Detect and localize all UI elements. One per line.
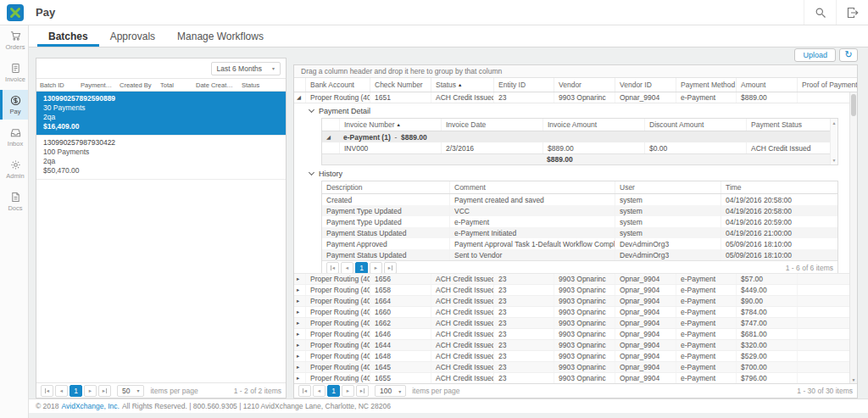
tab-manage-workflows[interactable]: Manage Workflows bbox=[166, 25, 275, 47]
group-collapse-icon[interactable]: ◢ bbox=[322, 131, 339, 142]
payment-detail-section-toggle[interactable]: Payment Detail bbox=[309, 105, 838, 117]
sidebar-item-invoice[interactable]: Invoice bbox=[0, 58, 28, 87]
payment-group-row[interactable]: ◢ e-Payment (1) - $889.00 bbox=[322, 131, 837, 142]
batch-row[interactable]: 130990257987930422 100 Payments 2qa $50,… bbox=[36, 136, 286, 180]
payment-row[interactable]: ▸ Proper Routing (4044) 1658 ACH Credit … bbox=[294, 285, 857, 296]
history-row[interactable]: Payment Approved Payment Approval Task 1… bbox=[322, 238, 837, 249]
col-payment-co[interactable]: Payment Co... bbox=[77, 81, 116, 89]
col-bank-account[interactable]: Bank Account bbox=[305, 78, 370, 92]
detail-scrollbar[interactable]: ▲ ▼ bbox=[830, 119, 837, 164]
scroll-down-icon[interactable]: ▼ bbox=[850, 377, 857, 382]
col-entity-id[interactable]: Entity ID bbox=[493, 78, 554, 92]
history-row[interactable]: Payment Type Updated VCC system 04/19/20… bbox=[322, 205, 837, 216]
history-row[interactable]: Created Payment created and saved system… bbox=[322, 194, 837, 205]
col-batch-id[interactable]: Batch ID bbox=[36, 81, 77, 89]
search-button[interactable] bbox=[804, 0, 836, 25]
collapse-caret-icon[interactable]: ◢ bbox=[294, 92, 305, 103]
expand-caret-icon[interactable]: ▸ bbox=[294, 318, 305, 328]
col-vendor[interactable]: Vendor bbox=[554, 78, 615, 92]
col-payment-method[interactable]: Payment Method bbox=[676, 78, 736, 92]
col-status[interactable]: Status▴ bbox=[431, 78, 493, 92]
pager-page-button[interactable]: 1 bbox=[70, 385, 82, 397]
payment-row[interactable]: ▸ Proper Routing (4044) 1662 ACH Credit … bbox=[294, 318, 857, 329]
pager-next-button[interactable]: ▸ bbox=[342, 385, 354, 397]
expand-caret-icon[interactable]: ▸ bbox=[294, 296, 305, 306]
page-size-select[interactable]: 100▾ bbox=[375, 385, 406, 397]
payment-row[interactable]: ▸ Proper Routing (4044) 1664 ACH Credit … bbox=[294, 296, 857, 307]
payment-row[interactable]: ▸ Proper Routing (4044) 1655 ACH Credit … bbox=[294, 373, 857, 383]
col-created-by[interactable]: Created By bbox=[116, 81, 157, 89]
history-row[interactable]: Payment Type Updated e-Payment system 04… bbox=[322, 216, 837, 227]
pager-prev-button[interactable]: ◂ bbox=[341, 262, 353, 274]
date-range-select[interactable]: Last 6 Months ▾ bbox=[211, 62, 281, 75]
col-total[interactable]: Total bbox=[157, 81, 192, 89]
col-invoice-number[interactable]: Invoice Number▴ bbox=[339, 119, 441, 131]
payment-row[interactable]: ▸ Proper Routing (4044) 1656 ACH Credit … bbox=[294, 274, 857, 285]
expand-caret-icon[interactable]: ▸ bbox=[294, 340, 305, 350]
expand-caret-icon[interactable]: ▸ bbox=[294, 362, 305, 372]
tab-approvals[interactable]: Approvals bbox=[99, 25, 166, 47]
scroll-up-icon[interactable]: ▲ bbox=[832, 120, 837, 125]
col-invoice-amount[interactable]: Invoice Amount bbox=[542, 119, 644, 131]
col-status[interactable]: Status bbox=[238, 81, 286, 89]
pager-prev-button[interactable]: ◂ bbox=[313, 385, 326, 397]
sidebar-item-inbox[interactable]: Inbox bbox=[0, 122, 28, 152]
col-vendor-id[interactable]: Vendor ID bbox=[615, 78, 676, 92]
pager-next-button[interactable]: ▸ bbox=[370, 262, 382, 274]
logout-button[interactable] bbox=[836, 0, 868, 25]
col-check-number[interactable]: Check Number bbox=[370, 78, 431, 92]
payment-row[interactable]: ▸ Proper Routing (4044) 1648 ACH Credit … bbox=[294, 351, 857, 362]
payment-row[interactable]: ▸ Proper Routing (4044) 1646 ACH Credit … bbox=[294, 329, 857, 340]
expand-caret-icon[interactable]: ▸ bbox=[294, 307, 305, 317]
col-description[interactable]: Description bbox=[322, 181, 449, 193]
payment-row[interactable]: ▸ Proper Routing (4044) 1644 ACH Credit … bbox=[294, 340, 857, 351]
expand-caret-icon[interactable]: ▸ bbox=[294, 351, 305, 361]
pager-last-button[interactable]: ▸ bbox=[356, 385, 369, 397]
pager-last-button[interactable]: ▸ bbox=[98, 385, 111, 397]
pager-page-button[interactable]: 1 bbox=[355, 262, 368, 274]
company-link[interactable]: AvidXchange, Inc. bbox=[62, 402, 120, 410]
col-payment-status[interactable]: Payment Status bbox=[746, 119, 837, 131]
batch-row[interactable]: 130990257892590889 30 Payments 2qa $16,4… bbox=[36, 92, 286, 136]
grid-scrollbar[interactable]: ▼ bbox=[849, 92, 857, 383]
expand-caret-icon[interactable]: ▸ bbox=[294, 274, 305, 284]
expand-caret-icon[interactable]: ▸ bbox=[294, 285, 305, 295]
pager-first-button[interactable]: ◂ bbox=[326, 262, 339, 274]
pager-prev-button[interactable]: ◂ bbox=[55, 385, 68, 397]
payments-grid-header: Bank Account Check Number Status▴ Entity… bbox=[294, 78, 857, 92]
col-time[interactable]: Time bbox=[721, 181, 837, 193]
pager-first-button[interactable]: ◂ bbox=[298, 385, 311, 397]
pager-next-button[interactable]: ▸ bbox=[84, 385, 97, 397]
sidebar-item-admin[interactable]: Admin bbox=[0, 154, 28, 184]
col-comment[interactable]: Comment bbox=[449, 181, 615, 193]
col-discount-amount[interactable]: Discount Amount bbox=[644, 119, 746, 131]
pager-last-button[interactable]: ▸ bbox=[384, 262, 397, 274]
expand-caret-icon[interactable]: ▸ bbox=[294, 373, 305, 383]
group-by-hint: Drag a column header and drop it here to… bbox=[301, 67, 502, 75]
group-by-bar[interactable]: Drag a column header and drop it here to… bbox=[294, 65, 857, 78]
invoice-row[interactable]: INV000 2/3/2016 $889.00 $0.00 ACH Credit… bbox=[322, 142, 837, 153]
payment-row[interactable]: ▸ Proper Routing (4044) 1660 ACH Credit … bbox=[294, 307, 857, 318]
pager-first-button[interactable]: ◂ bbox=[41, 385, 53, 397]
history-row[interactable]: Payment Status Updated Sent to Vendor De… bbox=[322, 249, 837, 260]
expand-caret-icon[interactable]: ▸ bbox=[294, 329, 305, 339]
sidebar-item-pay[interactable]: Pay bbox=[0, 90, 28, 120]
scrollbar-thumb[interactable] bbox=[851, 94, 856, 116]
sidebar-item-docs[interactable]: Docs bbox=[0, 187, 28, 216]
col-user[interactable]: User bbox=[615, 181, 721, 193]
refresh-button[interactable]: ↻ bbox=[839, 48, 858, 62]
col-proof-of-payment[interactable]: Proof of Payment bbox=[797, 78, 857, 92]
col-amount[interactable]: Amount bbox=[736, 78, 797, 92]
payment-row[interactable]: ▸ Proper Routing (4044) 1645 ACH Credit … bbox=[294, 362, 857, 373]
upload-button[interactable]: Upload bbox=[794, 48, 836, 62]
tab-batches[interactable]: Batches bbox=[37, 25, 99, 47]
history-row[interactable]: Payment Status Updated e-Payment Initiat… bbox=[322, 227, 837, 238]
page-size-select[interactable]: 50▾ bbox=[117, 385, 144, 397]
col-invoice-date[interactable]: Invoice Date bbox=[441, 119, 542, 131]
col-date-created[interactable]: Date Created▾ bbox=[192, 81, 238, 89]
pager-page-button[interactable]: 1 bbox=[327, 385, 340, 397]
scroll-down-icon[interactable]: ▼ bbox=[832, 158, 837, 163]
sidebar-item-orders[interactable]: Orders bbox=[0, 25, 28, 55]
payment-row-expanded[interactable]: ◢ Proper Routing (4044) 1651 ACH Credit … bbox=[294, 92, 857, 103]
history-section-toggle[interactable]: History bbox=[309, 168, 838, 180]
